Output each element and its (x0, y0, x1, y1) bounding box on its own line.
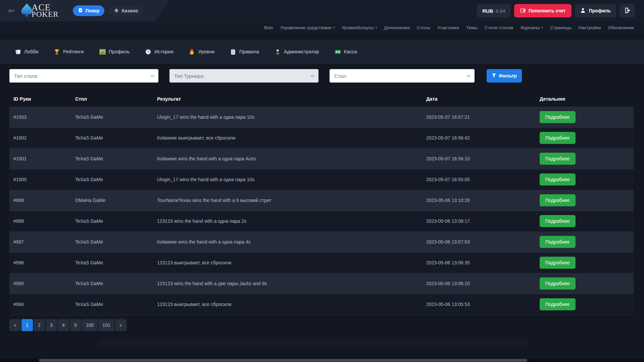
nav-item[interactable]: Обновления (608, 25, 634, 30)
section-tab[interactable]: Правила (230, 49, 259, 55)
nav-item-label: Управление средствами (280, 25, 331, 30)
admin-nav: Bots Управление средствами ▾ Уровни/Бону… (0, 21, 644, 34)
pagination: « 1 2 3 4 5 100 101 » (9, 319, 635, 331)
chevron-down-icon (466, 73, 470, 77)
nav-item-label: Настройки (579, 25, 601, 30)
page-button[interactable]: « (9, 319, 21, 331)
table-select[interactable]: Стол: (330, 69, 475, 83)
main-content: Тип стола: Тип Турнира: Стол: Фильтр ID … (0, 69, 644, 347)
section-tab[interactable]: Лобби (15, 49, 38, 55)
tab-label: Касса (344, 49, 357, 54)
nav-item[interactable]: Управление средствами ▾ (280, 25, 335, 30)
nav-item[interactable]: Журналы ▾ (520, 25, 543, 30)
hand-id-cell: #995 (9, 273, 71, 294)
page-button-label: 1 (26, 322, 29, 328)
tab-label: Уровни (198, 49, 214, 54)
logo-text: ACE POKER (32, 4, 58, 18)
date-cell: 2023-05-06 13:06:35 (422, 252, 536, 273)
funnel-icon (492, 73, 496, 79)
nav-item[interactable]: Уровни/Бонусы ▾ (342, 25, 377, 30)
nav-item[interactable]: Страницы (550, 25, 572, 30)
table-row: #998 TeXaS GaMe 123123 wins the hand wit… (9, 211, 634, 231)
page-button[interactable]: 1 (21, 319, 33, 331)
cards-icon (15, 49, 21, 55)
tournament-type-select[interactable]: Тип Турнира: (169, 69, 318, 83)
tab-label: Правила (239, 49, 259, 54)
page-button[interactable]: » (115, 319, 127, 331)
col-result: Результат (153, 91, 422, 107)
details-button[interactable]: Подробнее (540, 236, 576, 248)
result-cell: 123123 выигрывает, все сбросили (153, 252, 422, 273)
details-button[interactable]: Подробнее (540, 277, 576, 290)
page-button-label: 4 (62, 322, 65, 328)
nav-item[interactable]: Стили столов (485, 25, 513, 30)
tab-label: Администратор (284, 49, 319, 54)
table-name-cell: TeXaS GaMe (71, 127, 153, 148)
result-cell: Ulogin_17 wins the hand with a одна пара… (153, 169, 422, 190)
poker-mode-button[interactable]: Покер (73, 5, 105, 16)
nav-item[interactable]: Темы (466, 25, 478, 30)
section-tab[interactable]: Профиль (99, 49, 130, 55)
section-tab[interactable]: История (145, 49, 173, 55)
section-tab[interactable]: Администратор (275, 49, 319, 55)
nav-item[interactable]: Bots (264, 25, 273, 30)
page-button[interactable]: 4 (58, 319, 69, 331)
section-tab[interactable]: Уровни (189, 49, 214, 55)
details-cell: Подробнее (536, 107, 634, 127)
page-button[interactable]: 5 (70, 319, 81, 331)
page-button[interactable]: 100 (82, 319, 98, 331)
topup-button[interactable]: Пополнить счет (514, 4, 572, 17)
details-cell: Подробнее (536, 148, 634, 169)
details-cell: Подробнее (536, 127, 634, 148)
card-icon (78, 8, 83, 14)
page-button[interactable]: 101 (98, 319, 114, 331)
nav-item[interactable]: Настройки (579, 25, 601, 30)
nav-item-label: Журналы (520, 25, 540, 30)
balance-amount: 0.04 (496, 8, 505, 14)
mode-switch: Покер Казино (73, 5, 143, 16)
details-button[interactable]: Подробнее (540, 132, 576, 144)
table-row: #995 TeXaS GaMe 123123 wins the hand wit… (9, 273, 634, 294)
app-logo[interactable]: ACE POKER (19, 2, 58, 19)
table-name-cell: TeXaS GaMe (71, 273, 153, 294)
logout-button[interactable] (620, 4, 635, 17)
result-cell: Ulogin_17 wins the hand with a одна пара… (153, 107, 422, 127)
details-button[interactable]: Подробнее (540, 153, 576, 165)
date-cell: 2023-05-06 13:07:03 (422, 231, 536, 252)
header-actions: RUB 0.04 Пополнить счет Профиль (477, 4, 635, 17)
details-button[interactable]: Подробнее (540, 215, 576, 227)
table-row: #997 TeXaS GaMe Koliawwe wins the hand w… (9, 231, 634, 252)
nav-item[interactable]: Дополнения (384, 25, 409, 30)
date-cell: 2023-05-06 13:10:26 (422, 190, 536, 211)
collapse-sidebar-icon[interactable]: ⇐ (8, 7, 15, 15)
page-button[interactable]: 2 (34, 319, 45, 331)
casino-mode-label: Казино (121, 8, 138, 13)
caret-down-icon: ▾ (376, 26, 377, 29)
details-button[interactable]: Подробнее (540, 298, 576, 310)
nav-item[interactable]: Участники (437, 25, 459, 30)
tab-label: Рейтинги (63, 49, 84, 54)
details-button[interactable]: Подробнее (540, 257, 576, 269)
section-tab[interactable]: Рейтинги (54, 49, 84, 55)
section-tab[interactable]: Касса (335, 49, 357, 55)
table-row: #1003 TeXaS GaMe Ulogin_17 wins the hand… (9, 107, 634, 127)
casino-mode-button[interactable]: Казино (109, 5, 143, 16)
page-button-label: 101 (102, 322, 110, 328)
details-button[interactable]: Подробнее (540, 194, 576, 206)
filter-button[interactable]: Фильтр (487, 69, 522, 83)
hand-id-cell: #997 (9, 231, 71, 252)
profile-button[interactable]: Профиль (575, 4, 616, 17)
horizontal-scrollbar-thumb[interactable] (39, 359, 527, 362)
balance-badge[interactable]: RUB 0.04 (477, 4, 511, 17)
table-name-cell: TeXaS GaMe (71, 252, 153, 273)
page-button[interactable]: 3 (46, 319, 57, 331)
details-button[interactable]: Подробнее (540, 173, 576, 186)
nav-item[interactable]: Столы (417, 25, 431, 30)
chevron-down-icon (150, 73, 154, 77)
table-type-select[interactable]: Тип стола: (9, 69, 158, 83)
clipboard-icon (230, 49, 236, 55)
table-name-cell: TeXaS GaMe (71, 107, 153, 127)
details-button[interactable]: Подробнее (540, 111, 576, 123)
cash-icon (335, 49, 341, 55)
hand-id-cell: #996 (9, 252, 71, 273)
